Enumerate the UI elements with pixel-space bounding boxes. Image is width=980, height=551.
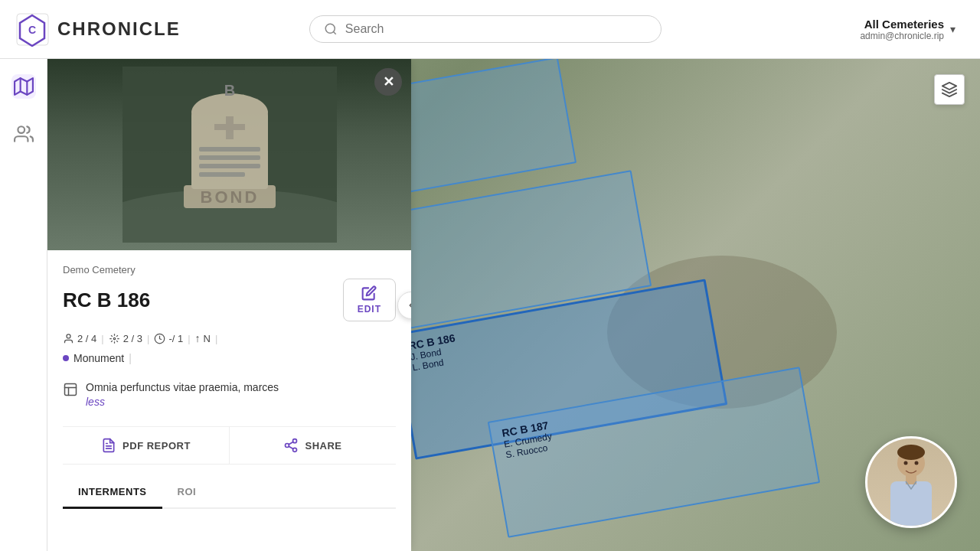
- burial-count: 2 / 4: [77, 333, 96, 344]
- svg-line-38: [289, 446, 294, 448]
- cemetery-selector[interactable]: All Cemeteries admin@chronicle.rip ▾: [851, 11, 965, 47]
- pdf-icon: [101, 438, 116, 453]
- cemetery-info: All Cemeteries admin@chronicle.rip: [860, 18, 944, 41]
- up-arrow-icon: ↑: [195, 332, 201, 344]
- chevron-left-icon: [406, 300, 411, 311]
- edit-icon: [361, 285, 377, 301]
- chronicle-logo-icon: C: [15, 12, 50, 47]
- search-bar[interactable]: [309, 15, 662, 43]
- divider-1: |: [101, 333, 103, 344]
- svg-point-29: [67, 334, 70, 337]
- sidebar: [0, 59, 47, 551]
- svg-rect-24: [199, 147, 260, 152]
- pdf-report-label: PDF REPORT: [122, 440, 191, 452]
- inscription-area: Omnia perfunctus vitae praemia, marces l…: [63, 377, 396, 411]
- cemetery-label: Demo Cemetery: [63, 264, 396, 276]
- person-stat-icon: [63, 333, 74, 344]
- svg-marker-9: [942, 83, 956, 90]
- detail-panel: B BOND ✕ Demo Cemetery RC B 186: [47, 59, 411, 551]
- svg-point-15: [915, 461, 919, 465]
- tab-interments[interactable]: INTERMENTS: [63, 477, 162, 509]
- svg-rect-23: [214, 124, 245, 130]
- svg-marker-5: [15, 78, 33, 95]
- share-button[interactable]: SHARE: [230, 427, 396, 464]
- svg-point-14: [904, 461, 908, 465]
- svg-rect-27: [199, 172, 245, 177]
- svg-point-3: [325, 24, 335, 33]
- less-toggle[interactable]: less: [86, 396, 279, 408]
- tab-roi[interactable]: ROI: [162, 477, 212, 509]
- cemetery-name: All Cemeteries: [860, 18, 944, 31]
- action-row: PDF REPORT SHARE: [63, 426, 396, 465]
- dropdown-arrow-icon: ▾: [950, 23, 956, 35]
- svg-text:C: C: [28, 24, 36, 36]
- monument-label: Monument: [74, 352, 124, 364]
- svg-point-30: [113, 337, 116, 340]
- monument-pipe: |: [129, 352, 132, 364]
- monument-dot: [63, 355, 69, 361]
- layers-icon: [941, 81, 958, 98]
- person-figure: [877, 442, 946, 526]
- svg-rect-32: [65, 384, 77, 396]
- orientation-stat: ↑ N: [195, 332, 211, 344]
- stats-row: 2 / 4 | 2 / 3 | -/ 1 | ↑ N: [63, 332, 396, 344]
- app-title: CHRONICLE: [57, 18, 181, 40]
- photo-background: B BOND: [47, 59, 411, 250]
- orientation-value: N: [204, 333, 211, 344]
- svg-rect-25: [199, 155, 260, 160]
- edit-button[interactable]: EDIT: [343, 279, 396, 321]
- avatar-person: [867, 439, 955, 526]
- svg-rect-26: [199, 164, 260, 168]
- headstone-image: B BOND: [122, 67, 337, 243]
- search-input[interactable]: [345, 22, 647, 36]
- close-button[interactable]: ✕: [374, 68, 402, 96]
- lot-title-row: RC B 186 EDIT: [63, 279, 396, 321]
- cemetery-email: admin@chronicle.rip: [860, 31, 944, 41]
- svg-text:BOND: BOND: [200, 187, 259, 207]
- app-header: C CHRONICLE All Cemeteries admin@chronic…: [0, 0, 980, 59]
- inscription-text: Omnia perfunctus vitae praemia, marces: [86, 380, 279, 396]
- edit-label: EDIT: [358, 304, 381, 315]
- sidebar-item-map[interactable]: [11, 74, 36, 99]
- divider-2: |: [147, 333, 149, 344]
- avatar-bubble: [865, 436, 957, 528]
- monument-tag: Monument |: [63, 352, 396, 364]
- divider-3: |: [188, 333, 190, 344]
- svg-point-8: [18, 126, 24, 133]
- search-icon: [324, 22, 338, 36]
- svg-point-11: [897, 445, 925, 460]
- map-icon: [14, 77, 34, 96]
- share-label: SHARE: [305, 440, 341, 452]
- svg-text:B: B: [224, 82, 234, 99]
- divider-4: |: [215, 333, 217, 344]
- share-icon: [283, 438, 299, 453]
- panel-content: Demo Cemetery RC B 186 EDIT 2 / 4 |: [47, 250, 411, 523]
- logo-area: C CHRONICLE: [15, 12, 214, 47]
- remains-count: 2 / 3: [123, 333, 142, 344]
- svg-line-4: [333, 31, 335, 34]
- lot-title: RC B 186: [63, 289, 150, 312]
- other-count: -/ 1: [168, 333, 183, 344]
- svg-line-39: [289, 442, 294, 444]
- pdf-report-button[interactable]: PDF REPORT: [63, 427, 230, 464]
- panel-photo: B BOND ✕: [47, 59, 411, 250]
- layer-button[interactable]: [934, 74, 965, 105]
- inscription-icon: [63, 381, 78, 398]
- inscription-block: Omnia perfunctus vitae praemia, marces l…: [86, 380, 279, 408]
- tabs-row: INTERMENTS ROI: [63, 477, 396, 509]
- clock-icon: [154, 333, 165, 344]
- other-stat: -/ 1: [154, 333, 183, 344]
- remains-stat: 2 / 3: [109, 333, 142, 344]
- burial-stat: 2 / 4: [63, 333, 96, 344]
- sidebar-item-people[interactable]: [11, 122, 36, 146]
- remains-icon: [109, 333, 120, 344]
- people-icon: [14, 124, 34, 144]
